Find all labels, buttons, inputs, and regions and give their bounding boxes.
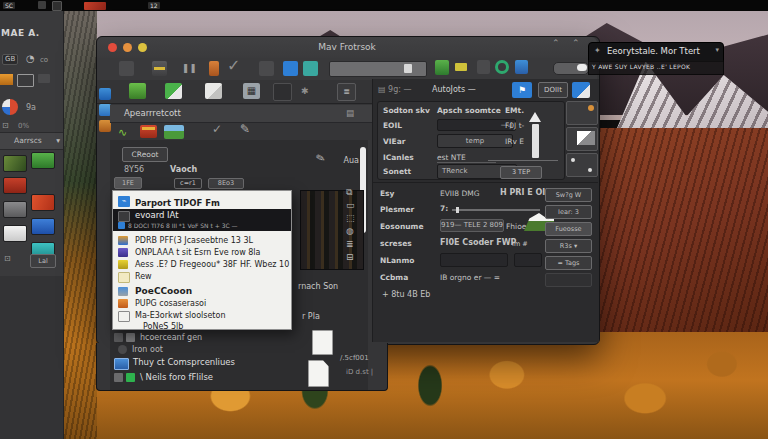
float-toolbar[interactable]: ✦ Eeorytstale. Mor Ttert ▾	[588, 42, 724, 62]
swatch-green-dark[interactable]	[3, 155, 27, 172]
option1-label[interactable]: hcoerceanf gen	[140, 333, 202, 342]
swatch-white-doc[interactable]	[3, 225, 27, 242]
page-thumbnail-folded[interactable]	[308, 360, 329, 387]
calendar-grid-icon[interactable]: ▦	[243, 83, 260, 99]
preset-thumb-3[interactable]	[566, 153, 598, 177]
nlanmo-input-2[interactable]	[514, 253, 542, 267]
color-wheel-icon[interactable]	[2, 99, 18, 115]
menu-item-1[interactable]: evoard IAt 8 DOCI TI76 8 III *1 VoF SN t…	[113, 209, 291, 231]
side-button-3[interactable]: Fueosse	[545, 222, 592, 236]
mini-panel-icon[interactable]	[38, 74, 50, 83]
menubar-badge-12[interactable]: 12	[148, 2, 160, 9]
side-button-2[interactable]: Iear: 3	[545, 205, 592, 219]
blue-tool-icon[interactable]	[515, 60, 528, 74]
yellow-tool-icon[interactable]	[455, 63, 467, 71]
toolbar-search-input[interactable]	[329, 61, 427, 77]
swatch-orange-red[interactable]	[31, 194, 55, 211]
photo-icon[interactable]	[164, 125, 184, 139]
green-tool-icon[interactable]	[435, 60, 449, 75]
timer-icon[interactable]: ◔	[26, 53, 35, 64]
chevron-up-icon[interactable]: ⌃	[552, 38, 560, 48]
green-folder-icon[interactable]	[129, 83, 146, 99]
photo-folded-icon[interactable]	[165, 83, 182, 99]
flag-blue-button[interactable]: ⚑	[512, 82, 532, 98]
teal-tool-icon[interactable]	[303, 61, 318, 76]
list-icon[interactable]: ≣	[346, 238, 364, 251]
export-tool-icon[interactable]	[259, 61, 274, 76]
swatch-green[interactable]	[31, 152, 55, 169]
blue-corner-icon[interactable]	[572, 82, 590, 98]
side-button-4[interactable]: R3s ▾	[545, 239, 592, 253]
option2-icon[interactable]	[118, 345, 127, 354]
rail-blue-icon[interactable]	[99, 88, 111, 100]
chip-8eo3[interactable]: 8Eo3	[208, 178, 244, 189]
white-page-icon[interactable]	[205, 83, 222, 99]
stack-icon[interactable]: ⊟	[346, 251, 364, 264]
columns-icon[interactable]: ❚❚	[182, 61, 197, 76]
doit-button[interactable]: DOIIt	[538, 82, 568, 98]
swatch-red[interactable]	[3, 177, 27, 194]
wave-icon[interactable]: ∿	[118, 126, 127, 139]
option1b-icon[interactable]	[126, 333, 135, 342]
option3-label[interactable]: Thuy ct Comsprcenliues	[133, 357, 235, 367]
chip-cr1[interactable]: c=r1	[174, 178, 202, 189]
option4-icon[interactable]	[114, 373, 123, 382]
preset-thumb-2[interactable]	[566, 127, 598, 151]
menubar-red-app-icon[interactable]	[84, 2, 106, 10]
menubar-badge-sc[interactable]: SC	[3, 2, 15, 9]
icanles-value[interactable]: est NTE	[437, 153, 496, 163]
sidebar-dropdown[interactable]: Aarrscs ▾	[0, 132, 63, 150]
trash-icon[interactable]: ⬚	[346, 212, 364, 225]
check-icon[interactable]: ✓	[212, 122, 222, 136]
slider-track[interactable]	[532, 124, 539, 158]
camera-icon[interactable]	[119, 61, 134, 76]
red-card-icon[interactable]	[140, 125, 157, 138]
chevron-up-icon[interactable]: ⌃	[572, 38, 580, 48]
swatch-blue[interactable]	[31, 218, 55, 235]
percent-box-icon[interactable]: ⊡	[2, 121, 9, 130]
option4-label[interactable]: \ Neils foro fFlilse	[140, 372, 213, 382]
aua-dropdown[interactable]: Aua ▾	[336, 153, 372, 168]
option1-icon[interactable]	[114, 333, 123, 342]
menu-item-0[interactable]: ⌁ Parport TIPOF Fm	[113, 193, 291, 209]
step-chip[interactable]: 3 TEP	[500, 166, 542, 179]
pencil-check-icon[interactable]: ✎	[240, 122, 250, 136]
list-box-icon[interactable]: ≣	[337, 83, 356, 101]
blue-panel-icon[interactable]	[283, 61, 298, 76]
nlanmo-input-1[interactable]	[440, 253, 508, 267]
option2-label[interactable]: Iron oot	[132, 345, 163, 354]
menubar-glyph-icon[interactable]	[38, 1, 46, 9]
eosonume-value[interactable]: 919— TELE 2 809	[440, 219, 504, 232]
folder-icon[interactable]: ▭	[346, 199, 364, 212]
menubar-box-icon[interactable]	[52, 1, 62, 11]
check-icon[interactable]: ✓	[227, 56, 240, 75]
option3-icon[interactable]	[114, 358, 129, 370]
empty-swatch[interactable]	[17, 74, 34, 87]
page-thumbnail[interactable]	[312, 330, 333, 355]
layers-icon[interactable]	[152, 61, 167, 76]
slider-up-arrow[interactable]	[529, 112, 541, 122]
dark-tool-icon[interactable]	[477, 60, 490, 74]
preset-thumb-1[interactable]	[566, 101, 598, 125]
chip-1fe[interactable]: 1FE	[114, 177, 142, 189]
option4-green-icon[interactable]	[126, 373, 135, 382]
appearance-section-header[interactable]: Apearrretcott ▤	[110, 105, 382, 123]
add-link[interactable]: + 8tu 4B Eb	[382, 290, 430, 299]
mini-slider-line[interactable]	[488, 160, 558, 161]
create-button[interactable]: CReoot	[122, 147, 168, 162]
lal-chip[interactable]: Lal	[30, 254, 56, 268]
toolbar-slider[interactable]	[553, 62, 589, 75]
swatch-gray[interactable]	[3, 201, 27, 218]
orange-swatch[interactable]	[0, 74, 13, 85]
globe-icon[interactable]: ◍	[346, 225, 364, 238]
dark-box-icon[interactable]	[273, 83, 292, 101]
side-button-5[interactable]: = Tags	[545, 256, 592, 270]
orange-cell-icon[interactable]	[209, 61, 219, 76]
side-button-1[interactable]: Sw?g W	[545, 188, 592, 202]
question-glyph-icon[interactable]: ✱	[301, 83, 318, 99]
viear-select[interactable]: temp	[437, 134, 513, 148]
grid-glyph-icon[interactable]: ⊡	[4, 254, 11, 263]
record-ring-icon[interactable]	[495, 60, 509, 74]
chevron-down-icon[interactable]: ▾	[715, 46, 719, 54]
link-icon[interactable]: ⧉	[346, 186, 364, 199]
